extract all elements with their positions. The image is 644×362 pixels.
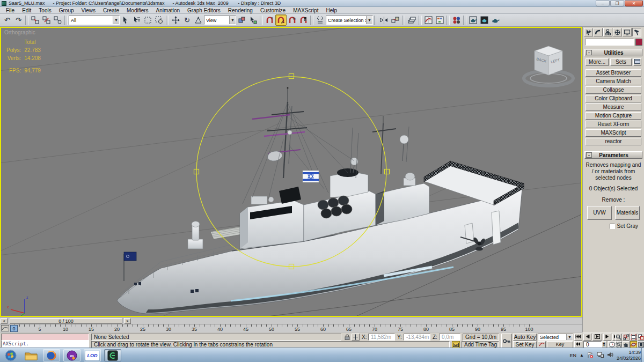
auto-key-button[interactable]: Auto Key xyxy=(513,334,537,341)
taskbar-explorer-icon[interactable] xyxy=(23,349,40,361)
materials-button[interactable]: Materials xyxy=(615,206,640,220)
layer-manager-icon[interactable] xyxy=(406,14,418,26)
tab-display[interactable] xyxy=(623,28,632,36)
schematic-view-icon[interactable] xyxy=(434,14,445,26)
select-by-name-icon[interactable] xyxy=(131,14,142,26)
utility-button[interactable]: Measure xyxy=(586,104,641,111)
window-crossing-icon[interactable] xyxy=(153,14,165,26)
menu-item[interactable]: Animation xyxy=(152,8,184,13)
macro-recorder-pane[interactable] xyxy=(1,334,89,341)
utility-button[interactable]: reactor xyxy=(586,138,641,145)
named-selection-set-dropdown[interactable]: Create Selection Set▼ xyxy=(326,16,373,25)
time-slider-handle[interactable]: 0 / 100 xyxy=(10,318,122,324)
set-keys-button[interactable] xyxy=(501,334,512,348)
tab-modify[interactable] xyxy=(594,28,603,36)
taskbar-media-app-icon[interactable]: ∞ xyxy=(63,349,80,361)
zoom-all-icon[interactable] xyxy=(623,334,630,341)
play-button[interactable] xyxy=(592,334,602,341)
zoom-icon[interactable] xyxy=(615,334,622,341)
configure-button-sets-button[interactable] xyxy=(633,58,641,66)
taskbar-clock[interactable]: 14:39 24/02/2026 xyxy=(617,350,641,361)
zoom-extents-all-icon[interactable] xyxy=(638,334,644,341)
track-bar[interactable]: 0510152025303540455055606570758085909510… xyxy=(0,324,582,333)
taskbar-lod-icon[interactable]: LOD xyxy=(84,349,101,361)
current-frame-marker[interactable]: 0 xyxy=(10,325,18,332)
tab-hierarchy[interactable] xyxy=(603,28,612,36)
listener-pane[interactable]: AXScript. xyxy=(1,341,89,348)
utility-button[interactable]: Camera Match xyxy=(586,78,641,85)
network-icon[interactable] xyxy=(597,352,604,359)
start-button[interactable] xyxy=(2,349,19,361)
material-editor-icon[interactable] xyxy=(451,14,462,26)
taskbar-3dsmax-icon[interactable] xyxy=(104,349,121,361)
menu-item[interactable]: Views xyxy=(78,8,100,13)
minimize-button[interactable]: – xyxy=(596,1,610,6)
link-icon[interactable] xyxy=(30,14,41,26)
utility-name-field[interactable] xyxy=(585,39,634,46)
utilities-rollout-header[interactable]: - Utilities xyxy=(584,49,642,56)
utility-button[interactable]: Motion Capture xyxy=(586,112,641,120)
color-swatch[interactable] xyxy=(635,39,642,46)
title-bar[interactable]: Saar5_MLU.max - Project Folder: C:\Users… xyxy=(0,0,644,7)
show-desktop-button[interactable] xyxy=(641,348,644,362)
select-and-rotate-icon[interactable]: ↻ xyxy=(181,14,193,26)
absolute-offset-toggle[interactable] xyxy=(352,334,360,341)
parameters-rollout-header[interactable]: - Parameters xyxy=(584,151,642,159)
bind-to-space-warp-icon[interactable] xyxy=(52,14,63,26)
redo-icon[interactable]: ↷ xyxy=(13,14,24,26)
angle-snap-toggle-icon[interactable] xyxy=(275,14,287,26)
viewport-label[interactable]: Orthographic xyxy=(4,29,35,35)
use-pivot-point-icon[interactable] xyxy=(236,14,247,26)
select-and-manipulate-icon[interactable] xyxy=(247,14,259,26)
z-coordinate-field[interactable]: 0,0m xyxy=(439,334,460,341)
zoom-extents-icon[interactable] xyxy=(630,334,637,341)
undo-icon[interactable]: ↶ xyxy=(2,14,13,26)
selection-lock-icon[interactable] xyxy=(343,334,350,341)
tray-expand-icon[interactable]: ▲ xyxy=(580,353,584,358)
unlink-icon[interactable] xyxy=(41,14,52,26)
spinner-snap-toggle-icon[interactable] xyxy=(298,14,309,26)
tab-create[interactable] xyxy=(584,28,593,36)
set-gray-checkbox[interactable] xyxy=(610,224,615,229)
restore-button[interactable]: ❐ xyxy=(610,1,624,6)
language-indicator[interactable]: EN xyxy=(570,353,577,358)
quick-render-icon[interactable] xyxy=(490,14,501,26)
named-selection-sets-icon[interactable] xyxy=(314,14,326,26)
selection-filter-dropdown[interactable]: All▼ xyxy=(69,16,120,25)
menu-item[interactable]: Customize xyxy=(257,8,289,13)
time-slider-prev-button[interactable]: < xyxy=(1,318,8,324)
menu-item[interactable]: Rendering xyxy=(224,8,257,13)
volume-icon[interactable] xyxy=(607,352,613,359)
rendered-frame-window-icon[interactable] xyxy=(479,14,490,26)
menu-item[interactable]: Tools xyxy=(35,8,55,13)
y-coordinate-field[interactable]: -13,434m xyxy=(404,334,430,341)
tab-utilities[interactable] xyxy=(632,28,641,36)
percent-snap-toggle-icon[interactable]: % xyxy=(287,14,298,26)
action-center-icon[interactable] xyxy=(587,352,594,359)
tab-motion[interactable] xyxy=(613,28,622,36)
menu-item[interactable]: MAXScript xyxy=(289,8,322,13)
sets-button[interactable]: Sets xyxy=(610,58,632,66)
time-slider-next-button[interactable]: > xyxy=(124,318,131,324)
render-setup-icon[interactable] xyxy=(467,14,479,26)
mirror-icon[interactable] xyxy=(378,14,390,26)
view-cube[interactable]: BACK LEFT xyxy=(524,46,573,86)
menu-item[interactable]: Edit xyxy=(18,8,35,13)
curve-editor-icon[interactable] xyxy=(423,14,434,26)
viewport-canvas[interactable]: BACK LEFT x y z xyxy=(1,28,581,316)
menu-item[interactable]: File xyxy=(2,8,18,13)
menu-item[interactable]: Create xyxy=(99,8,123,13)
menu-item[interactable]: Group xyxy=(55,8,78,13)
time-slider[interactable]: < 0 / 100 > xyxy=(0,317,582,324)
utility-button[interactable]: MAXScript xyxy=(586,129,641,137)
more-button[interactable]: More... xyxy=(586,58,609,66)
utility-button[interactable]: Asset Browser xyxy=(586,69,641,77)
mini-curve-editor-button[interactable] xyxy=(1,325,10,332)
previous-frame-button[interactable] xyxy=(583,334,591,341)
utility-button[interactable]: Color Clipboard xyxy=(586,95,641,102)
go-to-start-button[interactable] xyxy=(574,334,582,341)
uvw-button[interactable]: UVW xyxy=(587,206,612,220)
selection-set-dropdown[interactable]: Selected▼ xyxy=(538,334,573,341)
utility-button[interactable]: Reset XForm xyxy=(586,121,641,128)
utility-button[interactable]: Collapse xyxy=(586,86,641,94)
